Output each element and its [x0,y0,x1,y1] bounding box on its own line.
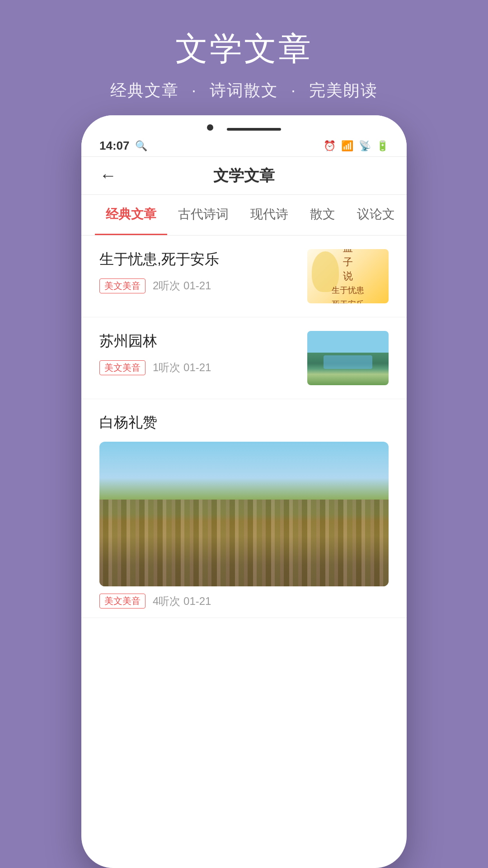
article-stats-1: 2听次 01-21 [153,278,211,293]
phone-screen: 14:07 🔍 ⏰ 📶 📡 🔋 ← 文学文章 经典文章 古代诗词 现代诗 散文 … [81,115,407,868]
status-right: ⏰ 📶 📡 🔋 [324,140,389,152]
article-meta-3: 美文美音 4听次 01-21 [99,586,389,618]
article-title-1: 生于忧患,死于安乐 [99,249,298,269]
wifi-icon: 📡 [359,140,371,152]
mengzi-image: 孟子说生于忧患死于安乐 [307,249,389,303]
status-time: 14:07 [99,139,130,153]
alarm-icon: ⏰ [324,140,336,152]
camera-dot [207,124,213,131]
app-subtitle: 经典文章 · 诗词散文 · 完美朗读 [107,80,381,102]
tag-2: 美文美音 [99,360,145,375]
tab-modern-poetry[interactable]: 现代诗 [239,195,299,235]
tab-ancient-poetry[interactable]: 古代诗词 [167,195,239,235]
app-header: 文学文章 经典文章 · 诗词散文 · 完美朗读 [107,0,381,115]
app-title: 文学文章 [107,27,381,71]
article-info-1: 生于忧患,死于安乐 美文美音 2听次 01-21 [99,249,298,293]
list-item[interactable]: 生于忧患,死于安乐 美文美音 2听次 01-21 孟子说生于忧患死于安乐 [81,236,407,317]
status-bar: 14:07 🔍 ⏰ 📶 📡 🔋 [81,135,407,156]
speaker-bar [227,128,281,131]
phone-mockup: 14:07 🔍 ⏰ 📶 📡 🔋 ← 文学文章 经典文章 古代诗词 现代诗 散文 … [68,115,420,868]
content-area: 生于忧患,死于安乐 美文美音 2听次 01-21 孟子说生于忧患死于安乐 [81,236,407,618]
tab-essay[interactable]: 议论文 [346,195,406,235]
tabs-bar: 经典文章 古代诗词 现代诗 散文 议论文 [81,195,407,236]
tag-1: 美文美音 [99,278,145,293]
signal-icon: 📶 [341,140,353,152]
article-title-2: 苏州园林 [99,331,298,351]
article-thumb-2 [307,331,389,385]
article-stats-3: 4听次 01-21 [153,594,211,609]
back-button[interactable]: ← [99,166,117,185]
article-title-3: 白杨礼赞 [99,413,389,433]
suzhou-image [307,331,389,385]
baiyang-image [99,442,389,586]
article-stats-2: 1听次 01-21 [153,360,211,375]
battery-icon: 🔋 [376,140,389,152]
phone-notch [81,115,407,135]
mengzi-text: 孟子说生于忧患死于安乐 [332,249,364,303]
nav-bar: ← 文学文章 [81,157,407,195]
search-icon[interactable]: 🔍 [135,140,147,152]
article-info-2: 苏州园林 美文美音 1听次 01-21 [99,331,298,375]
list-item[interactable]: 苏州园林 美文美音 1听次 01-21 [81,317,407,399]
page-title: 文学文章 [213,165,275,186]
tab-prose[interactable]: 散文 [299,195,346,235]
article-thumb-3 [99,442,389,586]
article-thumb-1: 孟子说生于忧患死于安乐 [307,249,389,303]
tab-classic[interactable]: 经典文章 [95,195,167,235]
article-meta-1: 美文美音 2听次 01-21 [99,278,298,293]
article-meta-2: 美文美音 1听次 01-21 [99,360,298,375]
tag-3: 美文美音 [99,594,145,609]
list-item[interactable]: 白杨礼赞 美文美音 4听次 01-21 [81,399,407,618]
status-left: 14:07 🔍 [99,139,147,153]
